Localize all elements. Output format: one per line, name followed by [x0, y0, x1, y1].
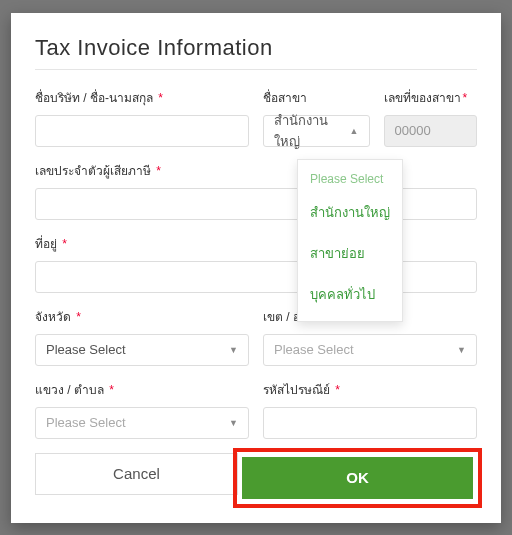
branchno-label: เลขที่ของสาขา*: [384, 88, 477, 107]
dropdown-header: Please Select: [298, 166, 402, 192]
dropdown-option-2[interactable]: บุคคลทั่วไป: [298, 274, 402, 315]
address-input[interactable]: [35, 261, 477, 293]
branch-label: ชื่อสาขา: [263, 88, 370, 107]
row-4: จังหวัด * Please Select ▼ เขต / อำเภอ * …: [35, 307, 477, 366]
branchno-input: 00000: [384, 115, 477, 147]
required-marker: *: [156, 164, 161, 178]
postcode-field: รหัสไปรษณีย์ *: [263, 380, 477, 439]
modal-title: Tax Invoice Information: [35, 35, 477, 61]
company-label: ชื่อบริษัท / ชื่อ-นามสกุล *: [35, 88, 249, 107]
row-3: ที่อยู่ *: [35, 234, 477, 293]
taxid-field: เลขประจำตัวผู้เสียภาษี *: [35, 161, 477, 220]
company-field: ชื่อบริษัท / ชื่อ-นามสกุล *: [35, 88, 249, 147]
branch-select[interactable]: สำนักงานใหญ่ ▲: [263, 115, 370, 147]
subdistrict-select[interactable]: Please Select ▼: [35, 407, 249, 439]
divider: [35, 69, 477, 70]
branch-selected: สำนักงานใหญ่: [274, 110, 350, 152]
province-placeholder: Please Select: [46, 342, 126, 357]
row-5: แขวง / ตำบล * Please Select ▼ รหัสไปรษณี…: [35, 380, 477, 439]
dropdown-option-1[interactable]: สาขาย่อย: [298, 233, 402, 274]
required-marker: *: [62, 237, 67, 251]
district-placeholder: Please Select: [274, 342, 354, 357]
required-marker: *: [158, 91, 163, 105]
district-select[interactable]: Please Select ▼: [263, 334, 477, 366]
required-marker: *: [76, 310, 81, 324]
subdistrict-field: แขวง / ตำบล * Please Select ▼: [35, 380, 249, 439]
address-label: ที่อยู่ *: [35, 234, 477, 253]
taxid-input[interactable]: [35, 188, 477, 220]
postcode-label: รหัสไปรษณีย์ *: [263, 380, 477, 399]
subdistrict-label: แขวง / ตำบล *: [35, 380, 249, 399]
caret-up-icon: ▲: [350, 126, 359, 136]
province-field: จังหวัด * Please Select ▼: [35, 307, 249, 366]
caret-down-icon: ▼: [229, 345, 238, 355]
dropdown-option-0[interactable]: สำนักงานใหญ่: [298, 192, 402, 233]
address-field: ที่อยู่ *: [35, 234, 477, 293]
branch-field: ชื่อสาขา สำนักงานใหญ่ ▲: [263, 88, 370, 147]
taxid-label: เลขประจำตัวผู้เสียภาษี *: [35, 161, 477, 180]
required-marker: *: [335, 383, 340, 397]
province-label: จังหวัด *: [35, 307, 249, 326]
cancel-button[interactable]: Cancel: [35, 453, 238, 495]
footer: Cancel OK: [35, 453, 477, 503]
tax-invoice-modal: Tax Invoice Information ชื่อบริษัท / ชื่…: [11, 13, 501, 523]
company-input[interactable]: [35, 115, 249, 147]
ok-highlight-box: OK: [233, 448, 482, 508]
branchno-field: เลขที่ของสาขา* 00000: [384, 88, 477, 147]
row-2: เลขประจำตัวผู้เสียภาษี *: [35, 161, 477, 220]
caret-down-icon: ▼: [229, 418, 238, 428]
province-select[interactable]: Please Select ▼: [35, 334, 249, 366]
ok-button[interactable]: OK: [242, 457, 473, 499]
postcode-input[interactable]: [263, 407, 477, 439]
required-marker: *: [463, 91, 468, 105]
branch-dropdown: Please Select สำนักงานใหญ่ สาขาย่อย บุคค…: [297, 159, 403, 322]
row-1: ชื่อบริษัท / ชื่อ-นามสกุล * ชื่อสาขา สำน…: [35, 88, 477, 147]
required-marker: *: [109, 383, 114, 397]
subdistrict-placeholder: Please Select: [46, 415, 126, 430]
caret-down-icon: ▼: [457, 345, 466, 355]
